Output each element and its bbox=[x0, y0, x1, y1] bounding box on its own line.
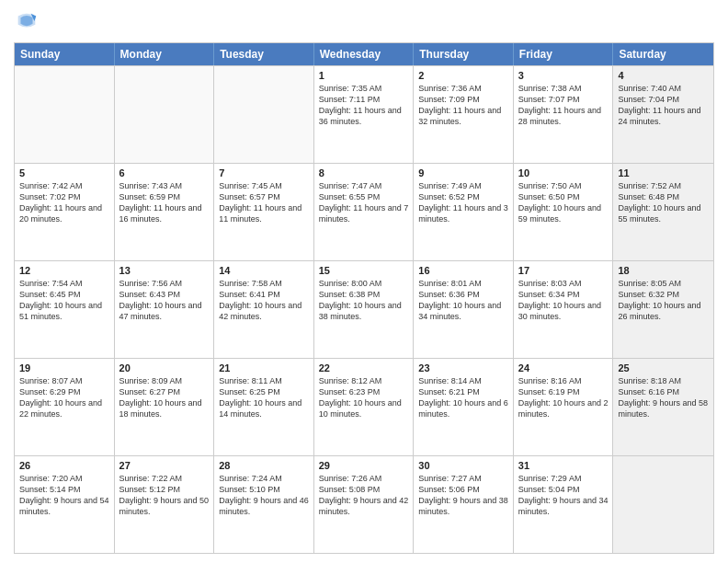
calendar-row: 26Sunrise: 7:20 AM Sunset: 5:14 PM Dayli… bbox=[15, 455, 713, 553]
day-number: 21 bbox=[219, 362, 309, 373]
day-number: 6 bbox=[119, 167, 210, 178]
calendar-cell: 20Sunrise: 8:09 AM Sunset: 6:27 PM Dayli… bbox=[115, 359, 215, 455]
cell-text: Sunrise: 7:49 AM Sunset: 6:52 PM Dayligh… bbox=[418, 180, 508, 225]
calendar-cell bbox=[15, 66, 115, 163]
cell-text: Sunrise: 8:07 AM Sunset: 6:29 PM Dayligh… bbox=[19, 375, 109, 420]
calendar-header-cell: Tuesday bbox=[214, 43, 314, 65]
calendar-cell: 18Sunrise: 8:05 AM Sunset: 6:32 PM Dayli… bbox=[613, 261, 713, 358]
calendar-cell: 24Sunrise: 8:16 AM Sunset: 6:19 PM Dayli… bbox=[514, 359, 614, 455]
calendar-cell: 9Sunrise: 7:49 AM Sunset: 6:52 PM Daylig… bbox=[414, 164, 514, 260]
calendar-cell: 2Sunrise: 7:36 AM Sunset: 7:09 PM Daylig… bbox=[414, 66, 514, 163]
day-number: 9 bbox=[418, 167, 508, 178]
day-number: 17 bbox=[518, 265, 609, 276]
calendar-cell: 1Sunrise: 7:35 AM Sunset: 7:11 PM Daylig… bbox=[314, 66, 415, 163]
day-number: 10 bbox=[518, 167, 609, 178]
calendar-cell: 25Sunrise: 8:18 AM Sunset: 6:16 PM Dayli… bbox=[613, 359, 713, 455]
day-number: 7 bbox=[219, 167, 309, 178]
header bbox=[14, 9, 714, 35]
logo-icon bbox=[14, 9, 40, 35]
logo bbox=[14, 9, 43, 35]
day-number: 25 bbox=[618, 362, 709, 373]
calendar-cell: 5Sunrise: 7:42 AM Sunset: 7:02 PM Daylig… bbox=[15, 164, 115, 260]
cell-text: Sunrise: 7:38 AM Sunset: 7:07 PM Dayligh… bbox=[518, 83, 609, 128]
cell-text: Sunrise: 8:14 AM Sunset: 6:21 PM Dayligh… bbox=[418, 375, 508, 420]
cell-text: Sunrise: 7:52 AM Sunset: 6:48 PM Dayligh… bbox=[618, 180, 709, 225]
calendar-cell: 26Sunrise: 7:20 AM Sunset: 5:14 PM Dayli… bbox=[15, 456, 115, 553]
cell-text: Sunrise: 7:56 AM Sunset: 6:43 PM Dayligh… bbox=[119, 278, 210, 323]
calendar-header-cell: Sunday bbox=[15, 43, 115, 65]
day-number: 31 bbox=[518, 460, 609, 471]
day-number: 20 bbox=[119, 362, 210, 373]
day-number: 29 bbox=[319, 460, 409, 471]
day-number: 11 bbox=[618, 167, 709, 178]
calendar-header-cell: Friday bbox=[514, 43, 614, 65]
calendar-header-cell: Thursday bbox=[414, 43, 514, 65]
calendar-cell: 30Sunrise: 7:27 AM Sunset: 5:06 PM Dayli… bbox=[414, 456, 514, 553]
day-number: 15 bbox=[319, 265, 409, 276]
cell-text: Sunrise: 7:29 AM Sunset: 5:04 PM Dayligh… bbox=[518, 473, 609, 518]
cell-text: Sunrise: 7:54 AM Sunset: 6:45 PM Dayligh… bbox=[19, 278, 109, 323]
cell-text: Sunrise: 8:11 AM Sunset: 6:25 PM Dayligh… bbox=[219, 375, 309, 420]
cell-text: Sunrise: 7:45 AM Sunset: 6:57 PM Dayligh… bbox=[219, 180, 309, 225]
calendar-cell: 8Sunrise: 7:47 AM Sunset: 6:55 PM Daylig… bbox=[314, 164, 415, 260]
calendar-cell: 4Sunrise: 7:40 AM Sunset: 7:04 PM Daylig… bbox=[613, 66, 713, 163]
cell-text: Sunrise: 7:20 AM Sunset: 5:14 PM Dayligh… bbox=[19, 473, 109, 518]
cell-text: Sunrise: 8:12 AM Sunset: 6:23 PM Dayligh… bbox=[319, 375, 409, 420]
cell-text: Sunrise: 7:42 AM Sunset: 7:02 PM Dayligh… bbox=[19, 180, 109, 225]
day-number: 16 bbox=[418, 265, 508, 276]
calendar-cell: 19Sunrise: 8:07 AM Sunset: 6:29 PM Dayli… bbox=[15, 359, 115, 455]
day-number: 27 bbox=[119, 460, 210, 471]
calendar-cell bbox=[214, 66, 314, 163]
calendar: SundayMondayTuesdayWednesdayThursdayFrid… bbox=[14, 42, 714, 554]
cell-text: Sunrise: 7:24 AM Sunset: 5:10 PM Dayligh… bbox=[219, 473, 309, 518]
cell-text: Sunrise: 7:58 AM Sunset: 6:41 PM Dayligh… bbox=[219, 278, 309, 323]
day-number: 13 bbox=[119, 265, 210, 276]
calendar-cell: 15Sunrise: 8:00 AM Sunset: 6:38 PM Dayli… bbox=[314, 261, 415, 358]
day-number: 3 bbox=[518, 70, 609, 81]
day-number: 5 bbox=[19, 167, 109, 178]
calendar-cell: 12Sunrise: 7:54 AM Sunset: 6:45 PM Dayli… bbox=[15, 261, 115, 358]
calendar-header-cell: Monday bbox=[115, 43, 215, 65]
cell-text: Sunrise: 7:27 AM Sunset: 5:06 PM Dayligh… bbox=[418, 473, 508, 518]
calendar-header: SundayMondayTuesdayWednesdayThursdayFrid… bbox=[15, 43, 713, 65]
day-number: 14 bbox=[219, 265, 309, 276]
cell-text: Sunrise: 8:00 AM Sunset: 6:38 PM Dayligh… bbox=[319, 278, 409, 323]
calendar-cell: 28Sunrise: 7:24 AM Sunset: 5:10 PM Dayli… bbox=[214, 456, 314, 553]
day-number: 26 bbox=[19, 460, 109, 471]
day-number: 19 bbox=[19, 362, 109, 373]
day-number: 1 bbox=[319, 70, 409, 81]
cell-text: Sunrise: 7:40 AM Sunset: 7:04 PM Dayligh… bbox=[618, 83, 709, 128]
page: SundayMondayTuesdayWednesdayThursdayFrid… bbox=[0, 0, 728, 563]
cell-text: Sunrise: 8:03 AM Sunset: 6:34 PM Dayligh… bbox=[518, 278, 609, 323]
calendar-body: 1Sunrise: 7:35 AM Sunset: 7:11 PM Daylig… bbox=[15, 65, 713, 553]
cell-text: Sunrise: 7:50 AM Sunset: 6:50 PM Dayligh… bbox=[518, 180, 609, 225]
calendar-cell: 21Sunrise: 8:11 AM Sunset: 6:25 PM Dayli… bbox=[214, 359, 314, 455]
day-number: 12 bbox=[19, 265, 109, 276]
cell-text: Sunrise: 7:22 AM Sunset: 5:12 PM Dayligh… bbox=[119, 473, 210, 518]
cell-text: Sunrise: 8:16 AM Sunset: 6:19 PM Dayligh… bbox=[518, 375, 609, 420]
calendar-cell: 13Sunrise: 7:56 AM Sunset: 6:43 PM Dayli… bbox=[115, 261, 215, 358]
calendar-cell: 11Sunrise: 7:52 AM Sunset: 6:48 PM Dayli… bbox=[613, 164, 713, 260]
calendar-cell: 27Sunrise: 7:22 AM Sunset: 5:12 PM Dayli… bbox=[115, 456, 215, 553]
cell-text: Sunrise: 7:26 AM Sunset: 5:08 PM Dayligh… bbox=[319, 473, 409, 518]
day-number: 28 bbox=[219, 460, 309, 471]
day-number: 24 bbox=[518, 362, 609, 373]
calendar-row: 19Sunrise: 8:07 AM Sunset: 6:29 PM Dayli… bbox=[15, 358, 713, 455]
calendar-cell: 31Sunrise: 7:29 AM Sunset: 5:04 PM Dayli… bbox=[514, 456, 614, 553]
cell-text: Sunrise: 8:09 AM Sunset: 6:27 PM Dayligh… bbox=[119, 375, 210, 420]
calendar-cell: 16Sunrise: 8:01 AM Sunset: 6:36 PM Dayli… bbox=[414, 261, 514, 358]
cell-text: Sunrise: 8:18 AM Sunset: 6:16 PM Dayligh… bbox=[618, 375, 709, 420]
calendar-cell bbox=[613, 456, 713, 553]
day-number: 8 bbox=[319, 167, 409, 178]
day-number: 18 bbox=[618, 265, 709, 276]
calendar-row: 5Sunrise: 7:42 AM Sunset: 7:02 PM Daylig… bbox=[15, 163, 713, 260]
day-number: 4 bbox=[618, 70, 709, 81]
calendar-cell: 22Sunrise: 8:12 AM Sunset: 6:23 PM Dayli… bbox=[314, 359, 415, 455]
calendar-header-cell: Wednesday bbox=[314, 43, 415, 65]
calendar-row: 1Sunrise: 7:35 AM Sunset: 7:11 PM Daylig… bbox=[15, 65, 713, 163]
cell-text: Sunrise: 8:01 AM Sunset: 6:36 PM Dayligh… bbox=[418, 278, 508, 323]
day-number: 22 bbox=[319, 362, 409, 373]
calendar-cell bbox=[115, 66, 215, 163]
day-number: 23 bbox=[418, 362, 508, 373]
cell-text: Sunrise: 7:35 AM Sunset: 7:11 PM Dayligh… bbox=[319, 83, 409, 128]
